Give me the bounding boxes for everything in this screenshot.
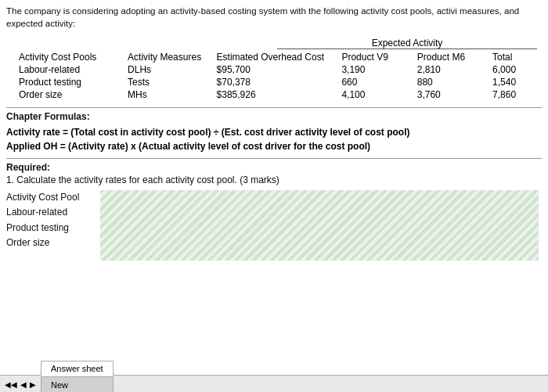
table-row: Order size MHs $385,926 4,100 3,760 7,86… <box>14 88 546 101</box>
required-label: Required: <box>6 162 542 173</box>
tab-nav-arrows: ◀◀ ◀ ▶ <box>0 376 41 392</box>
cell-m6: 2,810 <box>413 63 488 76</box>
expected-activity-header: Expected Activity <box>272 38 542 49</box>
cell-pool: Product testing <box>14 76 123 88</box>
activity-table: Activity Cost Pools Activity Measures Es… <box>14 51 546 101</box>
table-row: Labour-related DLHs $95,700 3,190 2,810 … <box>14 63 546 76</box>
col-header-pools: Activity Cost Pools <box>14 51 123 63</box>
main-content: The company is considering adopting an a… <box>0 0 548 254</box>
cell-measure: DLHs <box>123 63 211 76</box>
cell-v9: 3,190 <box>337 63 412 76</box>
table-header-row: Activity Cost Pools Activity Measures Es… <box>14 51 546 63</box>
table-body: Labour-related DLHs $95,700 3,190 2,810 … <box>14 63 546 101</box>
col-header-v9: Product V9 <box>337 51 412 63</box>
nav-left[interactable]: ◀ <box>19 380 28 389</box>
cell-total: 7,860 <box>488 88 546 101</box>
cell-m6: 3,760 <box>413 88 488 101</box>
tab-item[interactable]: New <box>41 376 114 392</box>
data-table-area: Expected Activity Activity Cost Pools Ac… <box>14 38 542 101</box>
cell-measure: Tests <box>123 76 211 88</box>
cell-total: 1,540 <box>488 76 546 88</box>
cell-pool: Labour-related <box>14 63 123 76</box>
col-header-total: Total <box>488 51 546 63</box>
formula-1: Activity rate = (Total cost in activity … <box>6 125 542 139</box>
nav-right[interactable]: ▶ <box>28 380 38 389</box>
cell-m6: 880 <box>413 76 488 88</box>
intro-paragraph: The company is considering adopting an a… <box>6 5 542 30</box>
chapter-formulas-label: Chapter Formulas: <box>6 111 542 122</box>
cell-cost: $385,926 <box>212 88 337 101</box>
green-overlay <box>100 190 539 261</box>
col-header-m6: Product M6 <box>413 51 488 63</box>
formula-2: Applied OH = (Activity rate) x (Actual a… <box>6 139 542 153</box>
cell-cost: $70,378 <box>212 76 337 88</box>
cell-pool: Order size <box>14 88 123 101</box>
cell-total: 6,000 <box>488 63 546 76</box>
bottom-table-area: Activity Cost Pool Labour-relatedProduct… <box>6 190 542 250</box>
nav-left-left[interactable]: ◀◀ <box>3 380 19 389</box>
formula-block: Activity rate = (Total cost in activity … <box>6 125 542 153</box>
tab-item[interactable]: Answer sheet <box>41 361 114 376</box>
col-header-estimated: Estimated Overhead Cost <box>212 51 337 63</box>
tab-bar: ◀◀ ◀ ▶ Answer sheetNew <box>0 375 548 392</box>
cell-v9: 660 <box>337 76 412 88</box>
cell-measure: MHs <box>123 88 211 101</box>
tab-items-container: Answer sheetNew <box>41 361 114 392</box>
cell-v9: 4,100 <box>337 88 412 101</box>
divider-1 <box>6 107 542 108</box>
divider-2 <box>6 158 542 159</box>
col-header-measures: Activity Measures <box>123 51 211 63</box>
required-item-1: 1. Calculate the activity rates for each… <box>6 174 542 185</box>
table-row: Product testing Tests $70,378 660 880 1,… <box>14 76 546 88</box>
required-section: Required: 1. Calculate the activity rate… <box>6 162 542 185</box>
cell-cost: $95,700 <box>212 63 337 76</box>
